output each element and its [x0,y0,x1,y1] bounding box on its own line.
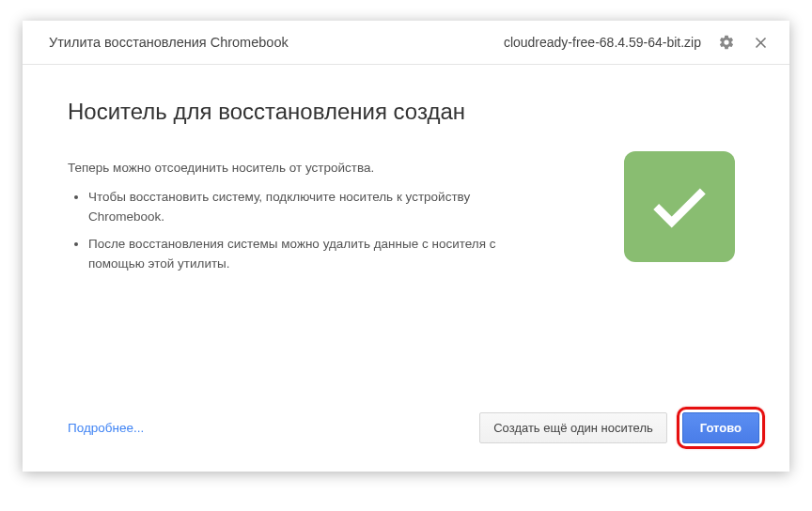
list-item: Чтобы восстановить систему, подключите н… [88,188,502,227]
create-another-button[interactable]: Создать ещё один носитель [479,412,667,443]
instruction-list: Чтобы восстановить систему, подключите н… [68,188,596,274]
success-badge [624,151,735,262]
dialog-footer: Подробнее... Создать ещё один носитель Г… [23,390,789,472]
done-button[interactable]: Готово [682,412,759,443]
filename-label: cloudready-free-68.4.59-64-bit.zip [504,35,701,50]
dialog-content: Носитель для восстановления создан Тепер… [23,65,789,390]
close-icon[interactable] [752,34,769,51]
checkmark-icon [650,183,709,230]
more-info-link[interactable]: Подробнее... [68,421,144,435]
gear-icon[interactable] [718,34,735,51]
app-title: Утилита восстановления Chromebook [49,35,504,50]
page-title: Носитель для восстановления создан [68,99,596,125]
list-item: После восстановления системы можно удали… [88,235,502,274]
subtitle: Теперь можно отсоединить носитель от уст… [68,161,596,175]
recovery-dialog: Утилита восстановления Chromebook cloudr… [23,21,789,472]
content-text-block: Носитель для восстановления создан Тепер… [68,99,624,390]
done-button-highlight: Готово [677,407,765,449]
dialog-header: Утилита восстановления Chromebook cloudr… [23,21,789,65]
